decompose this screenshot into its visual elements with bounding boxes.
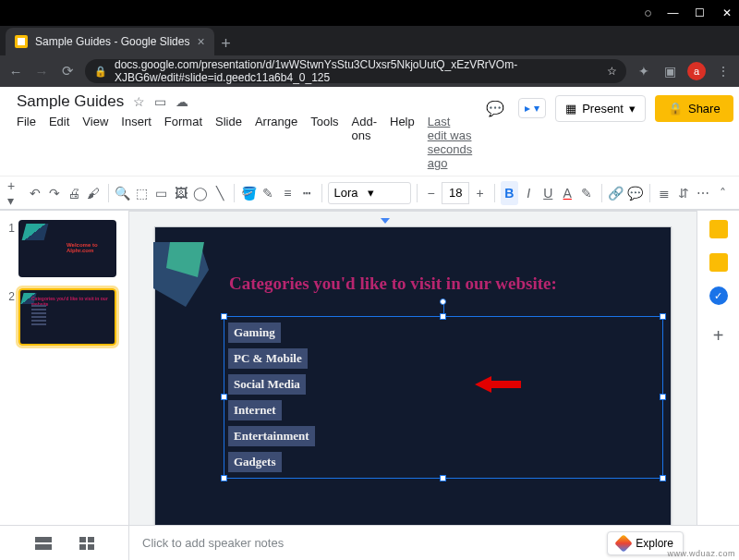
comments-button[interactable]: 💬 [481,94,509,122]
window-maximize-button[interactable]: ☐ [695,8,705,18]
menu-file[interactable]: File [17,115,36,170]
menu-format[interactable]: Format [164,115,202,170]
selected-text-box[interactable]: Gaming PC & Mobile Social Media Internet… [224,316,663,479]
fill-color-button[interactable]: 🪣 [240,181,258,205]
nav-forward-button[interactable]: → [33,63,50,79]
window-record-icon [645,10,651,17]
border-color-button[interactable]: ✎ [260,181,277,205]
align-button[interactable]: ≣ [656,181,673,205]
select-tool-button[interactable]: ⬚ [133,181,151,205]
resize-handle[interactable] [221,394,227,400]
toolbar-collapse-button[interactable]: ˄ [714,181,732,205]
highlight-button[interactable]: ✎ [578,181,596,205]
add-comment-button[interactable]: 💬 [626,181,644,205]
slide-thumbnail-panel: 1 Welcome toAlphr.com 2 Categories you'd… [0,211,129,525]
thumb-number: 1 [6,220,15,235]
menu-view[interactable]: View [82,115,108,170]
slide-title-text[interactable]: Categories you'd like to visit in our we… [229,274,557,294]
browser-menu-icon[interactable]: ⋮ [715,63,732,79]
url-text: docs.google.com/presentation/d/1wWStwnYs… [115,58,600,84]
resize-handle[interactable] [440,313,446,320]
window-minimize-button[interactable]: — [668,8,678,18]
keep-icon[interactable] [709,253,728,272]
filmstrip-view-button[interactable] [35,537,52,550]
resize-handle[interactable] [660,394,666,400]
decorative-shape-icon [153,242,227,307]
list-item[interactable]: Entertainment [228,426,315,446]
menu-help[interactable]: Help [390,115,415,170]
zoom-button[interactable]: 🔍 [115,181,132,205]
font-family-select[interactable]: Lora▾ [328,182,411,204]
list-item[interactable]: PC & Mobile [228,348,308,369]
textbox-button[interactable]: ▭ [152,181,170,205]
bold-button[interactable]: B [501,181,518,205]
list-item[interactable]: Gadgets [228,452,282,472]
menu-edit[interactable]: Edit [49,115,69,170]
font-size-increase[interactable]: + [471,181,489,205]
browser-profile-avatar[interactable]: a [687,62,706,80]
list-item[interactable]: Gaming [228,323,281,343]
menu-slide[interactable]: Slide [215,115,242,170]
slideshow-dropdown[interactable]: ▸ ▾ [518,98,546,118]
tab-title: Sample Guides - Google Slides [35,35,189,48]
cloud-saved-icon[interactable]: ☁ [176,94,188,109]
calendar-icon[interactable] [709,220,728,238]
move-icon[interactable]: ▭ [154,94,166,109]
menu-insert[interactable]: Insert [121,115,151,170]
resize-handle[interactable] [221,475,227,481]
image-button[interactable]: 🖼 [172,181,189,205]
list-item[interactable]: Internet [228,400,282,420]
shape-button[interactable]: ◯ [191,181,209,205]
text-color-button[interactable]: A [559,181,576,205]
lock-icon: 🔒 [94,66,107,78]
resize-handle[interactable] [660,475,666,481]
last-edit-link[interactable]: Last edit was seconds ago [428,115,472,170]
address-bar[interactable]: 🔒 docs.google.com/presentation/d/1wWStwn… [85,59,626,83]
line-spacing-button[interactable]: ⇵ [675,181,693,205]
menu-tools[interactable]: Tools [310,115,338,170]
insert-link-button[interactable]: 🔗 [607,181,624,205]
extensions-icon[interactable]: ✦ [636,63,652,79]
italic-button[interactable]: I [520,181,538,205]
nav-reload-button[interactable]: ⟳ [59,63,76,79]
font-size-input[interactable] [442,182,469,204]
slides-favicon-icon [15,35,28,48]
grid-view-button[interactable] [79,537,94,550]
resize-handle[interactable] [660,313,666,320]
font-size-decrease[interactable]: − [422,181,440,205]
new-tab-button[interactable]: + [214,31,238,55]
border-dash-button[interactable]: ┅ [298,181,316,205]
resize-handle[interactable] [440,475,446,481]
list-item[interactable]: Social Media [228,374,306,395]
rotation-handle[interactable] [440,298,446,305]
bookmark-star-icon[interactable]: ☆ [607,65,617,78]
undo-button[interactable]: ↶ [27,181,44,205]
tab-close-button[interactable]: × [197,34,204,49]
browser-tab[interactable]: Sample Guides - Google Slides × [6,28,214,55]
resize-handle[interactable] [221,313,227,320]
slide-thumbnail-2[interactable]: Categories you'd like to visit in our we… [18,288,116,346]
slide-canvas[interactable]: Categories you'd like to visit in our we… [154,226,672,525]
paint-format-button[interactable]: 🖌 [85,181,103,205]
tasks-icon[interactable] [709,286,728,305]
toolbar: + ▾ ↶ ↷ 🖨 🖌 🔍 ⬚ ▭ 🖼 ◯ ╲ 🪣 ✎ ≡ ┅ Lora▾ − … [0,176,739,209]
share-button[interactable]: 🔒 Share [655,95,733,122]
document-title[interactable]: Sample Guides [17,92,124,111]
nav-back-button[interactable]: ← [7,63,24,79]
menu-addons[interactable]: Add-ons [352,115,377,170]
print-button[interactable]: 🖨 [66,181,83,205]
window-close-button[interactable]: ✕ [721,8,732,18]
speaker-notes-input[interactable]: Click to add speaker notes [129,536,607,550]
border-weight-button[interactable]: ≡ [279,181,297,205]
present-button[interactable]: ▦ Present ▾ [555,95,646,122]
slide-thumbnail-1[interactable]: Welcome toAlphr.com [18,220,116,277]
new-slide-button[interactable]: + ▾ [7,181,25,205]
redo-button[interactable]: ↷ [46,181,64,205]
star-icon[interactable]: ☆ [133,94,145,109]
underline-button[interactable]: U [539,181,557,205]
menu-arrange[interactable]: Arrange [255,115,297,170]
cast-icon[interactable]: ▣ [661,63,678,79]
more-button[interactable]: ⋯ [695,181,712,205]
add-addon-button[interactable]: + [713,325,724,347]
line-button[interactable]: ╲ [211,181,228,205]
